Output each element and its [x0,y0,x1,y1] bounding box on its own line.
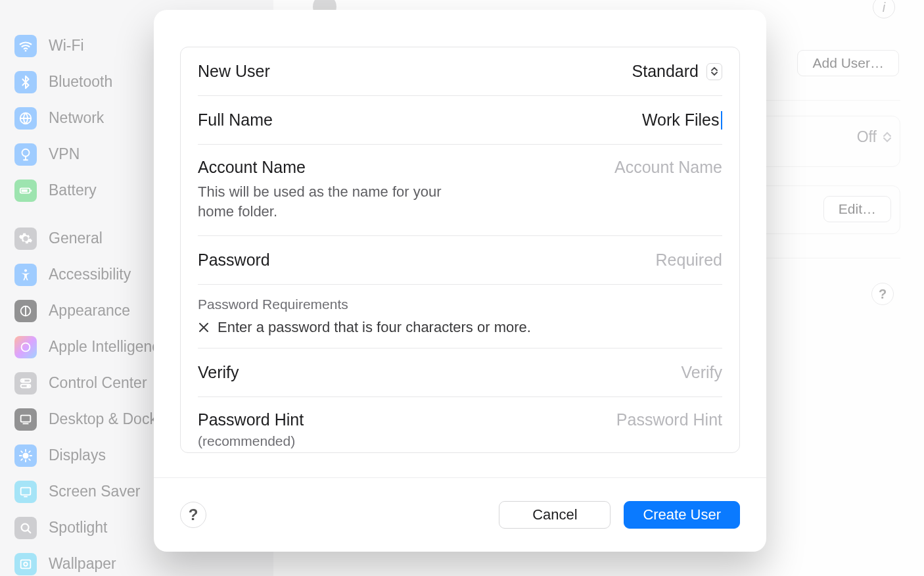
create-user-button[interactable]: Create User [624,501,740,529]
text-cursor [721,111,723,130]
account-name-label: Account Name [198,158,466,177]
user-type-select[interactable]: Standard [632,62,722,81]
row-account-name: Account Name This will be used as the na… [181,145,739,235]
hint-input[interactable] [446,410,722,429]
password-label: Password [198,251,270,270]
full-name-label: Full Name [198,110,273,130]
row-user-type: New User Standard [181,47,739,95]
row-password-requirements: Password Requirements Enter a password t… [181,285,739,348]
row-password: Password [181,236,739,284]
verify-label: Verify [198,363,239,382]
updown-icon [706,63,722,80]
password-input[interactable] [446,251,722,270]
full-name-value[interactable]: Work Files [642,110,720,130]
account-name-hint: This will be used as the name for your h… [198,182,466,221]
password-req-rule: Enter a password that is four characters… [218,319,531,336]
row-verify: Verify [181,348,739,396]
hint-sublabel: (recommended) [198,433,304,449]
row-full-name: Full Name Work Files [181,96,739,144]
password-req-title: Password Requirements [198,297,722,312]
help-button[interactable]: ? [180,502,206,528]
add-user-dialog: New User Standard Full Name Work Files [154,10,766,552]
cancel-button[interactable]: Cancel [499,501,611,529]
account-name-input[interactable] [466,158,722,177]
row-password-hint: Password Hint (recommended) [181,397,739,465]
x-icon [198,322,210,333]
user-type-value: Standard [632,62,699,81]
dialog-body: New User Standard Full Name Work Files [180,47,740,453]
new-user-label: New User [198,62,270,81]
hint-label: Password Hint [198,410,304,429]
verify-input[interactable] [446,363,722,382]
dialog-footer: ? Cancel Create User [154,478,766,552]
